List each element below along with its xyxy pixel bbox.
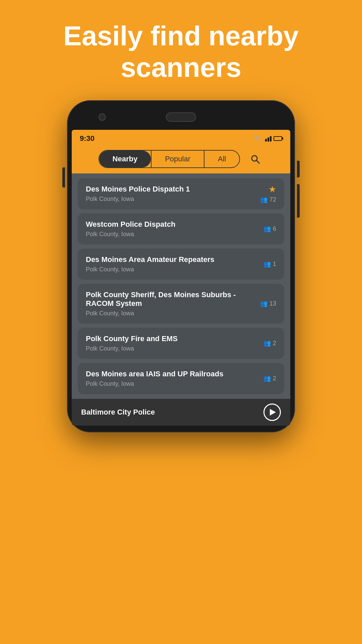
scanner-subtitle-1: Polk County, Iowa [86,196,276,203]
front-camera [99,113,106,121]
count-5: 2 [273,340,276,347]
scanner-item-2[interactable]: Westcom Police Dispatch Polk County, Iow… [78,213,284,245]
scanner-subtitle-5: Polk County, Iowa [86,345,276,352]
hero-text: Easily find nearby scanners [0,0,362,97]
listener-count-1: 👥 72 [260,196,276,203]
phone-top-bar [72,107,290,127]
volume-button [62,167,65,187]
count-4: 13 [269,300,276,307]
signal-bar-3 [267,138,269,142]
count-3: 1 [273,261,276,268]
count-2: 6 [273,225,276,232]
listener-count-3: 👥 1 [263,260,276,268]
people-icon-3: 👥 [263,260,271,268]
scanner-title-6: Des Moines area IAIS and UP Railroads [86,370,276,378]
scanner-item-4[interactable]: Polk County Sheriff, Des Moines Suburbs … [78,284,284,324]
signal-bar-2 [265,139,267,142]
tab-bar: Nearby Popular All [72,146,290,173]
scanner-item-5[interactable]: Polk County Fire and EMS Polk County, Io… [78,328,284,359]
earpiece-speaker [166,112,196,122]
scanner-title-5: Polk County Fire and EMS [86,334,276,343]
volume-down-button [297,184,300,218]
battery-fill [275,137,279,140]
people-icon-1: 👥 [260,196,267,203]
scanner-title-1: Des Moines Police Dispatch 1 [86,185,276,194]
tab-nearby[interactable]: Nearby [99,151,151,167]
scanner-subtitle-4: Polk County, Iowa [86,310,276,317]
people-icon-4: 👥 [260,300,267,307]
scanner-subtitle-3: Polk County, Iowa [86,266,276,273]
tab-all[interactable]: All [204,151,239,167]
hero-line2: scanners [121,52,241,83]
scanner-title-3: Des Moines Area Amateur Repeaters [86,255,276,264]
star-icon-1: ★ [268,184,276,195]
tab-popular[interactable]: Popular [152,151,204,167]
scanner-item-3[interactable]: Des Moines Area Amateur Repeaters Polk C… [78,249,284,280]
listener-count-6: 👥 2 [263,375,276,382]
scanner-title-2: Westcom Police Dispatch [86,220,276,229]
tab-group: Nearby Popular All [99,150,240,168]
count-1: 72 [269,196,276,203]
scanner-subtitle-2: Polk County, Iowa [86,231,276,238]
people-icon-5: 👥 [263,339,271,347]
status-icons [253,136,282,142]
scanner-meta-2: 👥 6 [263,225,276,232]
battery-icon [274,136,282,141]
listener-count-2: 👥 6 [263,225,276,232]
phone-mockup: 9:30 [67,100,295,432]
listener-count-5: 👥 2 [263,339,276,347]
status-time: 9:30 [80,134,95,143]
signal-bars [263,136,272,142]
play-button[interactable] [263,404,281,421]
svg-line-2 [257,160,259,163]
scanner-subtitle-6: Polk County, Iowa [86,380,276,387]
people-icon-6: 👥 [263,375,271,382]
svg-point-0 [257,140,258,141]
count-6: 2 [273,375,276,382]
signal-bar-4 [270,136,272,142]
now-playing-title: Baltimore City Police [81,408,155,417]
scanner-meta-1: ★ 👥 72 [260,184,276,203]
phone-shell: 9:30 [67,100,295,432]
status-bar: 9:30 [72,130,290,146]
scanner-list: Des Moines Police Dispatch 1 Polk County… [72,173,290,399]
search-icon [250,154,260,164]
now-playing-bar[interactable]: Baltimore City Police [72,399,290,426]
power-button [297,161,300,177]
scanner-meta-5: 👥 2 [263,339,276,347]
hero-line1: Easily find nearby [63,20,299,51]
people-icon-2: 👥 [263,225,271,232]
scanner-item-6[interactable]: Des Moines area IAIS and UP Railroads Po… [78,363,284,394]
scanner-item-1[interactable]: Des Moines Police Dispatch 1 Polk County… [78,178,284,209]
phone-screen: 9:30 [72,130,290,426]
scanner-meta-3: 👥 1 [263,260,276,268]
scanner-title-4: Polk County Sheriff, Des Moines Suburbs … [86,290,276,308]
play-icon [270,409,276,416]
signal-bar-1 [263,140,264,142]
scanner-meta-4: 👥 13 [260,300,276,307]
listener-count-4: 👥 13 [260,300,276,307]
search-button[interactable] [247,151,263,167]
wifi-icon [253,136,261,142]
scanner-meta-6: 👥 2 [263,375,276,382]
